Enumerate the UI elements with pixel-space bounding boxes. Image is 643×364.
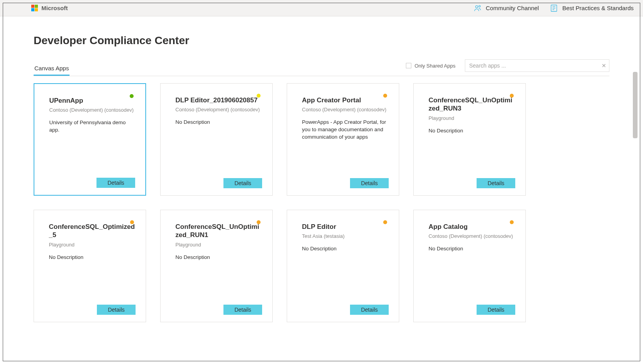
- app-description: No Description: [429, 127, 515, 178]
- status-dot-icon: [510, 220, 514, 224]
- app-description: No Description: [429, 245, 515, 305]
- card-footer: Details: [175, 178, 262, 188]
- card-footer: Details: [302, 178, 389, 188]
- app-title: DLP Editor: [302, 223, 389, 231]
- top-bar: Microsoft Community Channel Best Practic…: [0, 0, 643, 16]
- status-dot-icon: [383, 94, 387, 98]
- app-title: ConferenceSQL_UnOptimized_RUN1: [175, 223, 262, 239]
- app-description: University of Pennsylvania demo app.: [49, 119, 135, 178]
- people-icon: [473, 4, 482, 12]
- card-footer: Details: [302, 305, 389, 315]
- app-card[interactable]: ConferenceSQL_Optimized_5PlaygroundNo De…: [34, 210, 146, 322]
- details-button[interactable]: Details: [97, 305, 136, 315]
- app-description: No Description: [175, 254, 262, 305]
- app-card[interactable]: ConferenceSQL_UnOptimized_RUN1Playground…: [160, 210, 273, 322]
- search-box: ✕: [465, 59, 609, 72]
- app-environment: Playground: [429, 115, 515, 121]
- main-content: Developer Compliance Center Canvas Apps …: [0, 16, 643, 364]
- only-shared-label: Only Shared Apps: [414, 63, 455, 69]
- card-footer: Details: [429, 305, 515, 315]
- details-button[interactable]: Details: [223, 178, 262, 188]
- status-dot-icon: [383, 220, 387, 224]
- app-card[interactable]: App CatalogContoso (Development) (contos…: [413, 210, 526, 322]
- best-practices-label: Best Practices & Standards: [562, 5, 634, 11]
- header-links: Community Channel Best Practices & Stand…: [473, 4, 634, 12]
- status-dot-icon: [257, 94, 261, 98]
- only-shared-apps-checkbox[interactable]: Only Shared Apps: [406, 63, 455, 69]
- scrollbar-thumb[interactable]: [633, 72, 638, 138]
- app-title: UPennApp: [49, 96, 135, 105]
- details-button[interactable]: Details: [350, 178, 389, 188]
- checkbox-icon: [406, 63, 411, 68]
- app-card[interactable]: DLP Editor_201906020857Contoso (Developm…: [160, 83, 273, 196]
- community-channel-label: Community Channel: [486, 5, 539, 11]
- card-footer: Details: [49, 305, 136, 315]
- status-dot-icon: [130, 220, 134, 224]
- card-footer: Details: [429, 178, 515, 188]
- clear-icon[interactable]: ✕: [602, 62, 606, 69]
- brand-text: Microsoft: [41, 5, 68, 11]
- details-button[interactable]: Details: [223, 305, 262, 315]
- app-environment: Contoso (Development) (contosodev): [175, 107, 262, 112]
- details-button[interactable]: Details: [477, 305, 515, 315]
- tabs: Canvas Apps: [34, 62, 76, 76]
- card-footer: Details: [175, 305, 262, 315]
- card-footer: Details: [49, 178, 135, 188]
- details-button[interactable]: Details: [96, 178, 135, 188]
- brand-area: Microsoft: [31, 5, 68, 12]
- status-dot-icon: [257, 220, 261, 224]
- svg-point-1: [479, 5, 480, 7]
- toolbar-row: Canvas Apps Only Shared Apps ✕: [34, 59, 609, 76]
- microsoft-logo-icon: [31, 5, 38, 12]
- apps-scroll-area: UPennAppContoso (Development) (contosode…: [34, 76, 609, 364]
- app-description: PowerApps - App Creator Portal, for you …: [302, 119, 389, 178]
- toolbar-right: Only Shared Apps ✕: [406, 59, 609, 76]
- status-dot-icon: [130, 94, 134, 98]
- app-card[interactable]: App Creator PortalContoso (Development) …: [287, 83, 399, 196]
- details-button[interactable]: Details: [477, 178, 515, 188]
- app-environment: Test Asia (testasia): [302, 233, 389, 239]
- page-title: Developer Compliance Center: [34, 34, 609, 47]
- app-title: ConferenceSQL_UnOptimized_RUN3: [429, 96, 515, 113]
- app-environment: Contoso (Development) (contosodev): [49, 107, 135, 113]
- details-button[interactable]: Details: [350, 305, 389, 315]
- app-title: DLP Editor_201906020857: [175, 96, 262, 104]
- status-dot-icon: [510, 94, 514, 98]
- app-environment: Playground: [49, 242, 136, 248]
- app-title: App Creator Portal: [302, 96, 389, 104]
- app-description: No Description: [49, 254, 136, 305]
- app-card[interactable]: ConferenceSQL_UnOptimized_RUN3Playground…: [413, 83, 526, 196]
- app-environment: Playground: [175, 242, 262, 248]
- best-practices-link[interactable]: Best Practices & Standards: [550, 4, 634, 12]
- app-description: No Description: [302, 245, 389, 305]
- document-icon: [550, 4, 558, 12]
- app-environment: Contoso (Development) (contosodev): [302, 107, 389, 112]
- search-input[interactable]: [465, 59, 609, 72]
- apps-grid: UPennAppContoso (Development) (contosode…: [34, 76, 609, 329]
- tab-canvas-apps[interactable]: Canvas Apps: [34, 62, 70, 76]
- community-channel-link[interactable]: Community Channel: [473, 4, 539, 12]
- app-description: No Description: [175, 119, 262, 178]
- app-environment: Contoso (Development) (contosodev): [429, 233, 515, 239]
- app-title: App Catalog: [429, 223, 515, 231]
- svg-point-0: [475, 5, 478, 8]
- app-card[interactable]: DLP EditorTest Asia (testasia)No Descrip…: [287, 210, 399, 322]
- app-title: ConferenceSQL_Optimized_5: [49, 223, 136, 239]
- app-card[interactable]: UPennAppContoso (Development) (contosode…: [34, 83, 146, 196]
